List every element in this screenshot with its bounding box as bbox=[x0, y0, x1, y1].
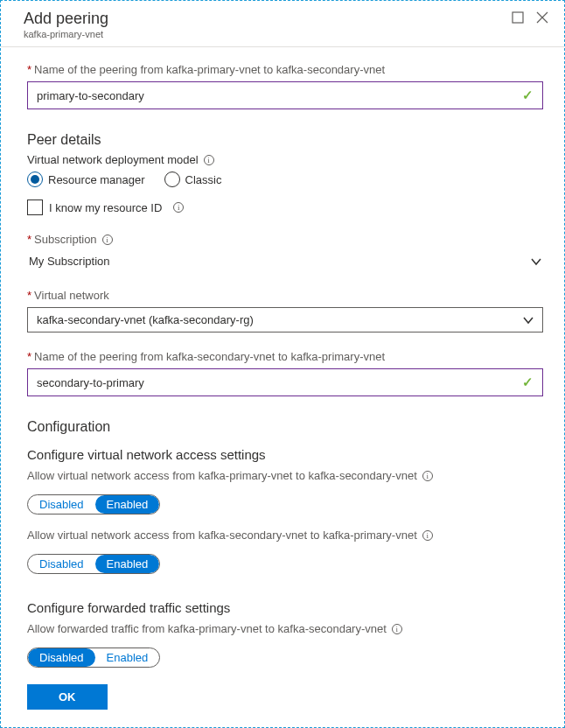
info-icon[interactable]: i bbox=[102, 234, 113, 245]
peering-name-2-input[interactable]: secondary-to-primary ✓ bbox=[27, 368, 543, 396]
label-text: Allow virtual network access from kafka-… bbox=[27, 528, 417, 542]
required-star: * bbox=[27, 233, 31, 246]
info-icon[interactable]: i bbox=[173, 202, 184, 213]
blade-title: Add peering bbox=[24, 10, 108, 28]
blade-subtitle: kafka-primary-vnet bbox=[24, 29, 108, 39]
select-value: My Subscription bbox=[29, 255, 109, 268]
radio-label: Resource manager bbox=[48, 173, 145, 186]
access-2-label: Allow virtual network access from kafka-… bbox=[27, 528, 543, 542]
label-text: Allow forwarded traffic from kafka-prima… bbox=[27, 622, 387, 635]
peering-name-1-label: * Name of the peering from kafka-primary… bbox=[27, 63, 543, 76]
access-2-toggle[interactable]: Disabled Enabled bbox=[27, 554, 160, 574]
svg-rect-0 bbox=[513, 12, 523, 23]
label-text: Virtual network deployment model bbox=[27, 153, 199, 166]
info-icon[interactable]: i bbox=[392, 624, 402, 634]
ok-button[interactable]: OK bbox=[27, 684, 108, 710]
required-star: * bbox=[27, 63, 31, 76]
toggle-enabled[interactable]: Enabled bbox=[95, 555, 160, 573]
access-1-toggle[interactable]: Disabled Enabled bbox=[27, 494, 160, 514]
deploy-model-label: Virtual network deployment model i bbox=[27, 153, 543, 166]
deploy-model-radios: Resource manager Classic bbox=[27, 172, 543, 187]
toggle-disabled[interactable]: Disabled bbox=[28, 555, 95, 573]
dropdown-value: kafka-secondary-vnet (kafka-secondary-rg… bbox=[37, 313, 254, 326]
access-1-label: Allow virtual network access from kafka-… bbox=[27, 469, 543, 482]
header-titles: Add peering kafka-primary-vnet bbox=[24, 10, 108, 39]
check-icon: ✓ bbox=[522, 88, 534, 103]
peer-details-heading: Peer details bbox=[27, 132, 543, 148]
peering-name-2-label: * Name of the peering from kafka-seconda… bbox=[27, 350, 543, 363]
know-resource-id-checkbox[interactable]: I know my resource ID i bbox=[27, 200, 543, 215]
input-value: primary-to-secondary bbox=[37, 89, 522, 102]
toggle-enabled[interactable]: Enabled bbox=[95, 495, 160, 514]
info-icon[interactable]: i bbox=[422, 471, 433, 481]
radio-label: Classic bbox=[185, 173, 222, 186]
label-text: Name of the peering from kafka-secondary… bbox=[34, 350, 385, 363]
vnet-label: * Virtual network bbox=[27, 289, 543, 302]
label-text: Virtual network bbox=[34, 289, 109, 302]
toggle-disabled[interactable]: Disabled bbox=[28, 648, 95, 667]
radio-icon bbox=[27, 172, 43, 187]
input-value: secondary-to-primary bbox=[37, 376, 522, 389]
required-star: * bbox=[27, 350, 31, 363]
configuration-heading: Configuration bbox=[27, 419, 543, 435]
fwd-settings-heading: Configure forwarded traffic settings bbox=[27, 600, 543, 615]
fwd-1-toggle[interactable]: Disabled Enabled bbox=[27, 648, 160, 668]
subscription-select[interactable]: My Subscription bbox=[27, 251, 543, 271]
toggle-enabled[interactable]: Enabled bbox=[95, 648, 160, 667]
info-icon[interactable]: i bbox=[422, 530, 433, 541]
footer: OK bbox=[1, 672, 564, 727]
info-icon[interactable]: i bbox=[204, 155, 214, 165]
header-actions bbox=[512, 10, 548, 39]
check-icon: ✓ bbox=[522, 374, 534, 390]
radio-resource-manager[interactable]: Resource manager bbox=[27, 172, 145, 187]
access-settings-heading: Configure virtual network access setting… bbox=[27, 447, 543, 462]
vnet-dropdown[interactable]: kafka-secondary-vnet (kafka-secondary-rg… bbox=[27, 307, 543, 332]
fwd-1-label: Allow forwarded traffic from kafka-prima… bbox=[27, 622, 543, 635]
peering-name-1-input[interactable]: primary-to-secondary ✓ bbox=[27, 81, 543, 109]
required-star: * bbox=[27, 289, 31, 302]
maximize-icon[interactable] bbox=[512, 11, 524, 24]
toggle-disabled[interactable]: Disabled bbox=[28, 495, 95, 514]
checkbox-label: I know my resource ID bbox=[49, 201, 162, 214]
checkbox-icon bbox=[27, 200, 43, 215]
blade-header: Add peering kafka-primary-vnet bbox=[1, 1, 564, 47]
label-text: Allow virtual network access from kafka-… bbox=[27, 469, 417, 482]
content-scroll[interactable]: * Name of the peering from kafka-primary… bbox=[1, 47, 564, 672]
label-text: Subscription bbox=[34, 233, 97, 246]
radio-classic[interactable]: Classic bbox=[164, 172, 222, 187]
label-text: Name of the peering from kafka-primary-v… bbox=[34, 63, 385, 76]
subscription-label: * Subscription i bbox=[27, 233, 543, 246]
chevron-down-icon bbox=[523, 315, 534, 326]
chevron-down-icon bbox=[531, 256, 541, 267]
close-icon[interactable] bbox=[536, 11, 548, 24]
radio-icon bbox=[164, 172, 180, 187]
